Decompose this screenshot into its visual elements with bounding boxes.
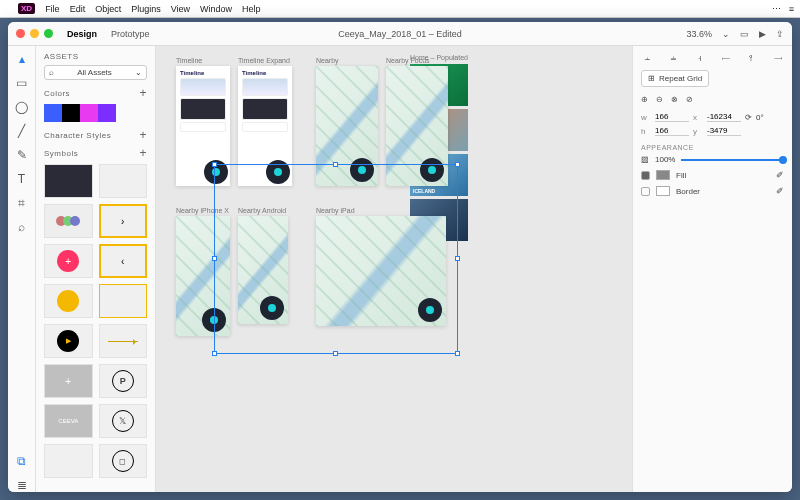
tab-design[interactable]: Design	[67, 29, 97, 39]
symbol-item[interactable]: ›	[99, 204, 148, 238]
rotate-icon[interactable]: ⟳	[745, 113, 752, 122]
maximize-window-button[interactable]	[44, 29, 53, 38]
repeat-grid-button[interactable]: ⊞ Repeat Grid	[641, 70, 709, 87]
symbol-item[interactable]: ◻	[99, 444, 148, 478]
chevron-down-icon[interactable]: ⌄	[722, 29, 730, 39]
align-center-v-icon[interactable]: ⫯	[746, 52, 758, 64]
symbol-item[interactable]: P	[99, 364, 148, 398]
add-symbol-button[interactable]: +	[139, 146, 147, 160]
menu-window[interactable]: Window	[200, 4, 232, 14]
xd-logo[interactable]: XD	[18, 3, 35, 14]
rotation-value[interactable]: 0°	[756, 113, 764, 122]
artboard-label[interactable]: Nearby Android	[238, 207, 286, 214]
color-swatch[interactable]	[98, 104, 116, 122]
close-window-button[interactable]	[16, 29, 25, 38]
play-preview-icon[interactable]: ▶	[759, 29, 766, 39]
fill-swatch[interactable]	[656, 170, 670, 180]
layers-panel-icon[interactable]: ≣	[15, 478, 29, 492]
tab-prototype[interactable]: Prototype	[111, 29, 150, 39]
symbol-item[interactable]: 𝕏	[99, 404, 148, 438]
artboard[interactable]	[316, 66, 378, 186]
menu-edit[interactable]: Edit	[70, 4, 86, 14]
align-top-icon[interactable]: ⟝	[720, 52, 732, 64]
artboard[interactable]: Timeline	[176, 66, 230, 186]
artboard[interactable]	[176, 216, 230, 336]
pen-tool-icon[interactable]: ✎	[15, 148, 29, 162]
minimize-window-button[interactable]	[30, 29, 39, 38]
line-tool-icon[interactable]: ╱	[15, 124, 29, 138]
menu-list-icon[interactable]: ≡	[789, 4, 794, 14]
artboard-label[interactable]: Nearby iPad	[316, 207, 355, 214]
menu-object[interactable]: Object	[95, 4, 121, 14]
width-input[interactable]	[655, 112, 689, 122]
zoom-level[interactable]: 33.6%	[686, 29, 712, 39]
bool-subtract-icon[interactable]: ⊖	[656, 95, 663, 104]
symbol-item[interactable]: +	[44, 244, 93, 278]
selection-handle[interactable]	[455, 351, 460, 356]
symbol-item[interactable]	[44, 444, 93, 478]
border-swatch[interactable]	[656, 186, 670, 196]
color-swatch[interactable]	[44, 104, 62, 122]
rectangle-tool-icon[interactable]: ▭	[15, 76, 29, 90]
eyedropper-icon[interactable]: ✐	[776, 170, 784, 180]
color-swatch[interactable]	[80, 104, 98, 122]
add-color-button[interactable]: +	[139, 86, 147, 100]
artboard[interactable]	[316, 216, 446, 326]
menu-help[interactable]: Help	[242, 4, 261, 14]
bool-add-icon[interactable]: ⊕	[641, 95, 648, 104]
artboard[interactable]	[386, 66, 448, 186]
symbol-item[interactable]: +	[44, 364, 93, 398]
ellipse-tool-icon[interactable]: ◯	[15, 100, 29, 114]
x-input[interactable]	[707, 112, 741, 122]
add-charstyle-button[interactable]: +	[139, 128, 147, 142]
color-swatch[interactable]	[62, 104, 80, 122]
artboard-label[interactable]: Nearby Focus	[386, 57, 430, 64]
artboard[interactable]: Timeline	[238, 66, 292, 186]
select-tool-icon[interactable]: ▴	[15, 52, 29, 66]
symbol-item[interactable]	[99, 324, 148, 358]
opacity-slider[interactable]	[681, 159, 784, 161]
symbol-item[interactable]: CEEVA	[44, 404, 93, 438]
menu-view[interactable]: View	[171, 4, 190, 14]
zoom-tool-icon[interactable]: ⌕	[15, 220, 29, 234]
assets-filter-dropdown[interactable]: ⌕ All Assets ⌄	[44, 65, 147, 80]
y-label: y	[693, 127, 703, 136]
artboard[interactable]	[238, 216, 288, 324]
symbol-item[interactable]	[44, 164, 93, 198]
design-canvas[interactable]: Home – Populated CUBAICELANDFRANCE Timel…	[156, 46, 632, 492]
text-tool-icon[interactable]: T	[15, 172, 29, 186]
selection-handle[interactable]	[455, 256, 460, 261]
artboard-label[interactable]: Nearby	[316, 57, 339, 64]
height-input[interactable]	[655, 126, 689, 136]
bool-exclude-icon[interactable]: ⊘	[686, 95, 693, 104]
menu-file[interactable]: File	[45, 4, 60, 14]
align-center-h-icon[interactable]: ⫨	[667, 52, 679, 64]
align-left-icon[interactable]: ⫠	[641, 52, 653, 64]
assets-panel-icon[interactable]: ⧉	[15, 454, 29, 468]
border-checkbox[interactable]	[641, 187, 650, 196]
menu-plugins[interactable]: Plugins	[131, 4, 161, 14]
repeat-grid-label: Repeat Grid	[659, 74, 702, 83]
fill-checkbox[interactable]	[641, 171, 650, 180]
menu-extras-icon[interactable]: ⋯	[772, 4, 781, 14]
opacity-value[interactable]: 100%	[655, 155, 675, 164]
artboard-label[interactable]: Nearby iPhone X	[176, 207, 229, 214]
symbol-item[interactable]	[99, 284, 148, 318]
artboard-tool-icon[interactable]: ⌗	[15, 196, 29, 210]
selection-handle[interactable]	[333, 351, 338, 356]
artboard-label[interactable]: Timeline Expand	[238, 57, 290, 64]
align-right-icon[interactable]: ⫞	[693, 52, 705, 64]
selection-handle[interactable]	[212, 351, 217, 356]
share-icon[interactable]: ⇪	[776, 29, 784, 39]
symbol-item[interactable]	[44, 284, 93, 318]
symbol-item[interactable]	[99, 164, 148, 198]
bool-intersect-icon[interactable]: ⊗	[671, 95, 678, 104]
eyedropper-icon[interactable]: ✐	[776, 186, 784, 196]
y-input[interactable]	[707, 126, 741, 136]
artboard-label[interactable]: Timeline	[176, 57, 202, 64]
align-bottom-icon[interactable]: ⟞	[772, 52, 784, 64]
device-preview-icon[interactable]: ▭	[740, 29, 749, 39]
symbol-item[interactable]: ‹	[99, 244, 148, 278]
symbol-item[interactable]	[44, 204, 93, 238]
symbol-item[interactable]: ▶	[44, 324, 93, 358]
